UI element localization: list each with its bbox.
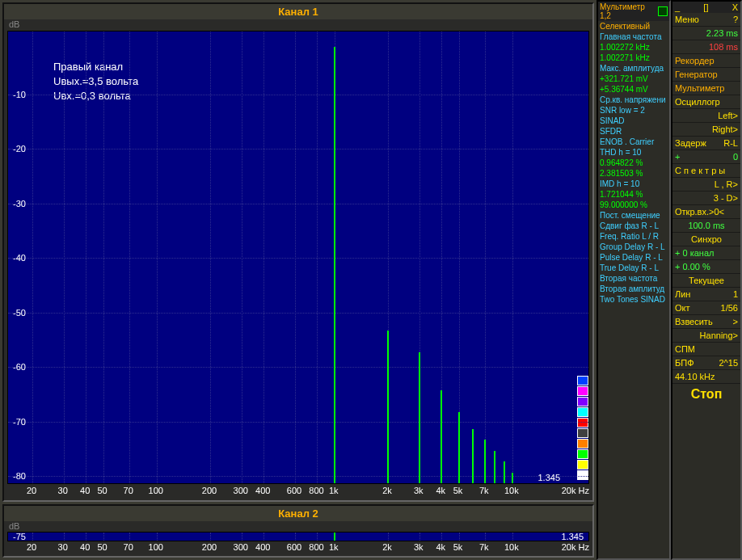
multimeter-row[interactable]: Вторая амплитуд <box>598 284 669 294</box>
panel2-xaxis: 20k Hz 20304050701002003004006008001k2k3… <box>7 542 589 555</box>
ytick: -80 <box>13 471 26 481</box>
multimeter-row[interactable]: Вторая частота <box>598 273 669 284</box>
color-swatch[interactable] <box>577 386 588 396</box>
menu-item[interactable]: 100.0 ms <box>672 219 740 233</box>
menu-item[interactable]: Лин1 <box>672 288 740 301</box>
xtick: 70 <box>124 542 133 552</box>
win-close-icon[interactable]: X <box>732 2 738 12</box>
ytick: -70 <box>13 417 26 427</box>
menu-item[interactable]: L , R> <box>672 178 740 192</box>
right-column: Мультиметр 1,2 СелективныйГлавная частот… <box>597 0 742 560</box>
color-swatch[interactable] <box>577 428 588 438</box>
xtick: 30 <box>58 542 68 552</box>
menu-item[interactable]: 3 - D> <box>672 192 740 205</box>
stop-button[interactable]: Стоп <box>672 384 740 405</box>
overlay-line3: Uвх.=0,3 вольта <box>53 90 131 102</box>
ytick: -20 <box>13 144 26 154</box>
menu-item[interactable]: Генератор <box>672 68 740 82</box>
xtick: 400 <box>255 542 270 552</box>
color-swatch[interactable] <box>577 418 588 427</box>
win-min-icon[interactable]: _ <box>675 2 680 12</box>
xtick: 20 <box>27 486 36 495</box>
menu-item[interactable]: ЗадержR-L <box>672 137 740 150</box>
xtick: 40 <box>80 542 90 552</box>
multimeter-row[interactable]: 1.002272 kHz <box>598 42 669 53</box>
multimeter-row[interactable]: Freq. Ratio L / R <box>598 231 669 242</box>
menu-item[interactable]: +0 <box>672 150 740 164</box>
multimeter-row[interactable]: Group Delay R - L <box>598 242 669 252</box>
menu-val1: 2.23 ms <box>672 27 740 40</box>
menu-item[interactable]: Right> <box>672 123 740 137</box>
spectrum-peak <box>512 473 513 484</box>
xtick: 3k <box>414 486 424 495</box>
menu-item[interactable]: Текущее <box>672 274 740 288</box>
multimeter-row[interactable]: Макс. амплитуда <box>598 63 669 74</box>
menu-item[interactable]: Hanning> <box>672 329 740 343</box>
spectrum-peak <box>458 412 460 483</box>
menu-item[interactable]: Взвесить> <box>672 315 740 329</box>
menu-item[interactable]: БПФ2^15 <box>672 356 740 370</box>
color-swatch[interactable] <box>577 376 588 385</box>
multimeter-row[interactable]: ENOB . Carrier <box>598 137 669 147</box>
color-swatch[interactable] <box>577 397 588 406</box>
multimeter-row[interactable]: Pulse Delay R - L <box>598 252 669 263</box>
spectrum-peak <box>441 390 442 483</box>
color-swatch[interactable] <box>577 407 588 417</box>
spectrum-peak <box>494 451 495 484</box>
menu-item[interactable]: + 0.00 % <box>672 260 740 274</box>
multimeter-row[interactable]: Сдвиг фаз R - L <box>598 221 669 231</box>
multimeter-row[interactable]: Ср.кв. напряжени <box>598 95 669 105</box>
xtick: 400 <box>255 486 270 495</box>
multimeter-panel: Мультиметр 1,2 СелективныйГлавная частот… <box>597 0 671 560</box>
spectrum-plot-1[interactable]: Правый канал Uвых.=3,5 вольта Uвх.=0,3 в… <box>7 31 589 484</box>
multimeter-row[interactable]: THD h = 10 <box>598 147 669 158</box>
multimeter-row[interactable]: SINAD <box>598 116 669 126</box>
multimeter-row[interactable]: SFDR <box>598 126 669 137</box>
menu-item[interactable]: Синхро <box>672 233 740 246</box>
menu-item[interactable]: СПМ <box>672 343 740 356</box>
multimeter-row[interactable]: 0.964822 % <box>598 158 669 168</box>
panel2-yunit: dB <box>9 521 19 531</box>
color-swatch[interactable] <box>577 449 588 459</box>
multimeter-row[interactable]: 99.000000 % <box>598 200 669 210</box>
multimeter-row[interactable]: Пост. смещение <box>598 210 669 221</box>
menu-item[interactable]: + 0 канал <box>672 246 740 260</box>
panel2-header: dB <box>4 521 592 531</box>
menu-item[interactable]: Осциллогр <box>672 95 740 109</box>
menu-item[interactable]: Окт1/56 <box>672 301 740 315</box>
menu-item[interactable]: Мультиметр <box>672 82 740 95</box>
panel1-right-info: 1.345 <box>538 473 560 482</box>
multimeter-row[interactable]: IMD h = 10 <box>598 179 669 189</box>
color-swatch[interactable] <box>577 470 588 480</box>
main-area: Канал 1 dB Правый канал Uвых.=3,5 вольта… <box>0 0 597 560</box>
multimeter-row[interactable]: SNR low = 2 <box>598 105 669 116</box>
menu-item[interactable]: 44.10 kHz <box>672 370 740 384</box>
multimeter-row[interactable]: Two Tones SINAD <box>598 294 669 305</box>
xtick: 7k <box>479 486 489 495</box>
win-max-icon[interactable]: [] <box>703 2 708 12</box>
panel2-right-info: 1.345 <box>561 532 584 541</box>
multimeter-row[interactable]: +5.36744 mV <box>598 84 669 95</box>
multimeter-header[interactable]: Мультиметр 1,2 <box>598 2 669 21</box>
menu-head-row[interactable]: Меню ? <box>672 13 740 27</box>
multimeter-row[interactable]: 1.721044 % <box>598 189 669 200</box>
multimeter-row[interactable]: 1.002271 kHz <box>598 53 669 63</box>
multimeter-row[interactable]: True Delay R - L <box>598 263 669 273</box>
color-swatch[interactable] <box>577 439 588 448</box>
multimeter-row[interactable]: Главная частота <box>598 32 669 42</box>
color-swatch[interactable] <box>577 460 588 469</box>
multimeter-row[interactable]: +321.721 mV <box>598 74 669 84</box>
xtick: 100 <box>149 486 163 495</box>
multimeter-row[interactable]: Селективный <box>598 21 669 32</box>
xtick: 50 <box>97 542 107 552</box>
multimeter-row[interactable]: 2.381503 % <box>598 168 669 179</box>
menu-item[interactable]: Рекордер <box>672 54 740 68</box>
menu-item[interactable]: Left> <box>672 109 740 123</box>
menu-item[interactable]: Откр.вх.>0< <box>672 205 740 219</box>
spectrum-peak <box>484 440 486 483</box>
menu-item[interactable]: С п е к т р ы <box>672 164 740 178</box>
ytick: -10 <box>13 90 26 99</box>
panel-channel-1: Канал 1 dB Правый канал Uвых.=3,5 вольта… <box>2 2 594 502</box>
spectrum-plot-2[interactable]: -75 1.345 <box>7 532 589 541</box>
help-icon[interactable]: ? <box>733 14 738 25</box>
